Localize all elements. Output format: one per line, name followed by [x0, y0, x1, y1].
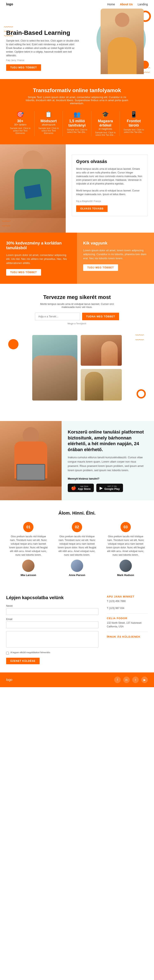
discount-cta-button[interactable]: TUDJ MEG TÖBBET: [6, 269, 41, 275]
stat-label-1: 30+ tanterv: [8, 123, 32, 126]
youtube-icon[interactable]: ▶: [141, 676, 148, 683]
reading-text1: Morbi tempus iaculis urna id volutpat la…: [76, 167, 144, 186]
stat-num-4: Magasra értékel: [93, 119, 117, 127]
testimonials-title: Álom. Hinni. Élni.: [6, 511, 148, 516]
app-person-placeholder: [0, 421, 62, 487]
app-sub: Mennyit kívánsz tanulni?: [68, 477, 148, 481]
plan-section: Tervezze meg sikerét most Morbi tempus i…: [0, 284, 154, 421]
facebook-icon[interactable]: f: [114, 676, 121, 683]
stat-num-3: 1,5 millió tanítványi: [65, 119, 89, 127]
stat-desc-1: Sample text: Click to select the Text El…: [8, 127, 32, 134]
google-play-label: GET IT ON: [104, 485, 120, 487]
student-person: [101, 341, 118, 366]
apple-icon: 🍎: [71, 485, 76, 490]
student-images-grid: [26, 335, 128, 401]
stat-item-4: 🎓 Magasra értékel el megőrzés Sample tex…: [91, 111, 120, 136]
reading-cta-button[interactable]: OLVASS TOVABB: [76, 205, 107, 212]
contact-section: Lépjen kapcsolatba velünk Nevet Email A …: [0, 587, 154, 673]
app-title: Korszerű online tanulási platformot bizt…: [68, 429, 148, 453]
hero-cta-button[interactable]: TUDJ MEG TÖBBET: [6, 64, 41, 71]
hero-person-image: [101, 9, 144, 74]
stat-desc-5: Sample text: Click to select the Tan-Éle…: [122, 128, 146, 133]
app-store-button[interactable]: 🍎 App Store App Store: [68, 484, 94, 492]
plan-input[interactable]: [35, 313, 80, 320]
girl-head: [22, 151, 43, 171]
stat-icon-3: 👥: [65, 111, 89, 118]
app-person-image: [0, 421, 62, 500]
email-field-group: Email: [6, 618, 99, 628]
plan-input-row: TUDNA MEG TÖBBET: [6, 313, 148, 320]
nav-home[interactable]: Home: [107, 3, 115, 6]
testimonials-section: Álom. Hinni. Élni. 01 Glos pretium iacul…: [0, 500, 154, 587]
nav-landing[interactable]: Landing: [138, 3, 148, 6]
reading-card: Gyors olvasás Morbi tempus iaculis urna …: [72, 154, 148, 216]
app-store-buttons: 🍎 App Store App Store ▶ GET IT ON Google…: [68, 484, 148, 492]
stat-label-4: el megőrzés: [93, 127, 117, 130]
testimonial-text-2: Glos pretium iaculis nisl tristique nam.…: [57, 535, 97, 557]
stat-icon-2: 📋: [37, 111, 61, 118]
discount-text: Lorem ipsum dolor sit amet, consectetur …: [6, 253, 71, 265]
navbar: logo Home About Us Landing: [0, 0, 154, 9]
app-store-label: App Store: [78, 485, 91, 487]
testimonial-avatar-1: [22, 560, 34, 572]
name-label: Nevet: [6, 605, 99, 607]
name-input[interactable]: [6, 608, 99, 615]
fax-number: T (123) 987 034: [107, 606, 148, 610]
app-content: Korszerű online tanulási platformot bizt…: [62, 421, 154, 500]
consent-checkbox[interactable]: [6, 652, 9, 654]
nav-about[interactable]: About Us: [120, 3, 133, 6]
wave-decoration-bottom: 〰〰〰〰: [2, 219, 10, 229]
testimonial-num-2: 02: [72, 522, 82, 532]
stat-num-2: Módszert: [37, 119, 61, 123]
stat-item-1: 🎯 30+ 30+ tanterv Sample text: Click to …: [6, 111, 34, 136]
stat-icon-5: 📱: [122, 111, 146, 118]
testimonials-row: 01 Glos pretium iaculis nisl tristique n…: [6, 522, 148, 577]
plan-title: Tervezze meg sikerét most: [6, 294, 148, 301]
message-textarea[interactable]: [6, 631, 99, 648]
orange-ring-deco: [136, 389, 146, 398]
about-title: Kik vagyunk: [83, 241, 148, 245]
contact-divider-1: [107, 613, 148, 614]
stats-title: Transzformatív online tanfolyamok: [6, 87, 148, 94]
student-people-group: [32, 355, 77, 401]
stats-row: 🎯 30+ 30+ tanterv Sample text: Click to …: [6, 111, 148, 136]
stat-desc-3: Sample text: Click to select the Tan-Éle…: [65, 128, 89, 133]
twitter-icon[interactable]: t: [132, 676, 139, 683]
testimonial-2: 02 Glos pretium iaculis nisl tristique n…: [55, 522, 99, 577]
two-col-section: 30% kedvezmény a korlátlan tanulásból Lo…: [0, 232, 154, 284]
consent-label: A legyen elküld megoldáskori felmentés: [10, 651, 50, 654]
reading-title: Gyors olvasás: [76, 159, 144, 164]
stat-label-2: alkalmazunk: [37, 123, 61, 126]
google-play-button[interactable]: ▶ GET IT ON Google Play: [96, 484, 123, 492]
testimonial-text-1: Glos pretium iaculis nisl tristique nam.…: [8, 535, 49, 557]
testimonial-avatar-2: [71, 560, 83, 572]
students-section: 〰〰〰〰: [6, 329, 148, 411]
address-text: 132 North Street, 137 Autoreset Californ…: [107, 621, 148, 628]
linkedin-icon[interactable]: in: [123, 676, 130, 683]
girl-image-column: 〰〰〰〰: [0, 144, 66, 232]
reading-tag: Kig a Kiegészítő: França: [76, 199, 144, 203]
phone-label: APU JANA MINKET: [107, 595, 148, 598]
hero-person-body: [108, 37, 136, 74]
testimonial-3: 03 Glos pretium iaculis nisl tristique n…: [103, 522, 148, 577]
stat-num-5: Frontlot tároló: [122, 119, 146, 127]
app-laptop: [16, 464, 45, 480]
stats-subtitle: Simple Text: Lorem ipsum dolor sit amet,…: [26, 95, 128, 105]
contact-form: Lépjen kapcsolatba velünk Nevet Email A …: [6, 595, 99, 664]
testimonial-name-3: Mark Hudson: [105, 574, 146, 577]
email-input[interactable]: [6, 622, 99, 628]
reading-section: 〰〰〰〰 Gyors olvasás Morbi tempus iaculis …: [0, 144, 154, 232]
testimonial-name-2: Anne Parson: [57, 574, 97, 577]
about-cta-button[interactable]: TUDJ MEG TÖBBET: [83, 264, 118, 271]
stat-item-2: 📋 Módszert alkalmazunk Sample text: Clic…: [34, 111, 63, 136]
plan-cta-button[interactable]: TUDNA MEG TÖBBET: [82, 313, 119, 320]
plan-label: Megje a Tervüjáról:: [36, 322, 118, 325]
discount-column: 30% kedvezmény a korlátlan tanulásból Lo…: [0, 232, 77, 284]
submit-button[interactable]: ÜZENET KÜLDÉSE: [6, 658, 40, 664]
about-column: Kik vagyunk Lorem ipsum dolor sit amet, …: [77, 232, 154, 284]
google-play-name: Google Play: [104, 487, 120, 490]
hero-text: Sample text. Click to select the text bo…: [6, 39, 80, 57]
name-field-group: Nevet: [6, 605, 99, 615]
testimonial-avatar-3: [120, 560, 132, 572]
hero-content: Brain-Based Learning Sample text. Click …: [6, 13, 80, 71]
